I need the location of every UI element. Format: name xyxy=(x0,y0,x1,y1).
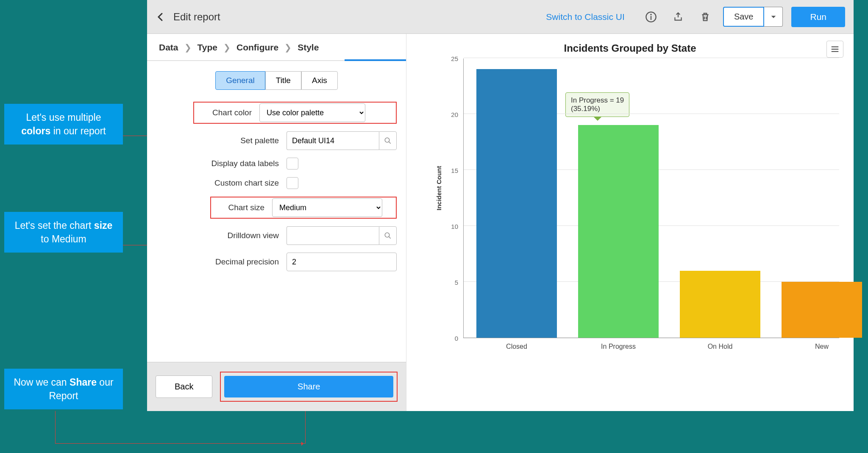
step-style[interactable]: Style xyxy=(298,42,319,53)
delete-icon[interactable] xyxy=(695,7,715,27)
breadcrumb: Data ❯ Type ❯ Configure ❯ Style xyxy=(147,34,406,61)
info-icon[interactable] xyxy=(641,7,661,27)
y-tick: 25 xyxy=(451,55,458,62)
chart-size-label: Chart size xyxy=(214,203,264,212)
svg-rect-2 xyxy=(651,16,651,19)
chart-area: Incident Count 0510152025 In Progress = … xyxy=(429,58,843,355)
chevron-right-icon: ❯ xyxy=(223,42,231,53)
set-palette-input[interactable] xyxy=(287,131,379,150)
save-button[interactable]: Save xyxy=(723,7,765,27)
bar-closed[interactable] xyxy=(476,69,557,338)
callout-share: Now we can Share our Report xyxy=(4,369,123,409)
run-button[interactable]: Run xyxy=(791,7,845,27)
topbar: Edit report Switch to Classic UI Save Ru… xyxy=(147,0,854,34)
page-title: Edit report xyxy=(173,11,220,23)
y-axis: 0510152025 xyxy=(444,58,461,338)
drilldown-search-icon[interactable] xyxy=(379,226,397,245)
y-tick: 10 xyxy=(451,223,458,230)
decimal-input[interactable] xyxy=(287,253,397,271)
custom-size-label: Custom chart size xyxy=(190,178,279,188)
step-type[interactable]: Type xyxy=(198,42,217,53)
drilldown-label: Drilldown view xyxy=(190,231,279,240)
connector-v2 xyxy=(305,411,306,444)
chevron-right-icon: ❯ xyxy=(284,42,292,53)
chevron-right-icon: ❯ xyxy=(184,42,192,53)
display-labels-checkbox[interactable] xyxy=(287,158,298,170)
chart-size-select[interactable]: Medium xyxy=(272,198,382,217)
x-tick: In Progress xyxy=(589,343,648,350)
tab-general[interactable]: General xyxy=(215,71,265,90)
svg-line-6 xyxy=(389,236,391,239)
svg-point-5 xyxy=(385,233,389,237)
bar-new[interactable] xyxy=(782,282,862,338)
active-tab-indicator xyxy=(345,59,406,61)
custom-size-checkbox[interactable] xyxy=(287,177,298,189)
callout-size: Let's set the chart size to Medium xyxy=(4,212,123,253)
decimal-label: Decimal precision xyxy=(190,257,279,267)
x-tick: New xyxy=(792,343,851,350)
set-palette-search-icon[interactable] xyxy=(379,131,397,150)
switch-classic-link[interactable]: Switch to Classic UI xyxy=(546,12,625,22)
display-labels-label: Display data labels xyxy=(190,159,279,168)
tab-title[interactable]: Title xyxy=(265,71,301,90)
svg-point-1 xyxy=(650,14,652,15)
y-tick: 15 xyxy=(451,167,458,174)
config-panel: Data ❯ Type ❯ Configure ❯ Style General … xyxy=(147,34,406,411)
back-icon[interactable] xyxy=(156,12,166,22)
bar-on-hold[interactable] xyxy=(680,271,760,338)
connector-h1 xyxy=(55,443,305,444)
y-tick: 5 xyxy=(455,279,458,286)
chart-menu-icon[interactable] xyxy=(826,41,843,58)
y-axis-label: Incident Count xyxy=(435,166,442,211)
save-button-group: Save xyxy=(723,7,783,27)
chart-color-label: Chart color xyxy=(197,108,252,117)
plot-area: In Progress = 19(35.19%) ClosedIn Progre… xyxy=(463,58,839,338)
bar-in-progress[interactable] xyxy=(578,125,659,338)
svg-line-4 xyxy=(389,142,391,144)
save-dropdown[interactable] xyxy=(764,7,783,27)
set-palette-label: Set palette xyxy=(190,136,279,145)
gridline xyxy=(464,58,839,58)
style-tabs: General Title Axis xyxy=(152,71,401,90)
drilldown-input[interactable] xyxy=(287,226,379,245)
chart-panel: Incidents Grouped by State Incident Coun… xyxy=(406,34,854,411)
bottom-bar: Back Share xyxy=(147,362,406,411)
share-highlight: Share xyxy=(220,372,398,402)
y-tick: 20 xyxy=(451,111,458,118)
connector-v1 xyxy=(55,411,56,443)
chart-title: Incidents Grouped by State xyxy=(564,42,696,54)
config-form: General Title Axis Chart color Use color… xyxy=(147,61,406,362)
back-button[interactable]: Back xyxy=(156,375,212,398)
x-tick: On Hold xyxy=(690,343,750,350)
step-data[interactable]: Data xyxy=(159,42,178,53)
share-button[interactable]: Share xyxy=(224,376,393,397)
callout-colors: Let's use multiple colors in our report xyxy=(4,104,123,145)
y-tick: 0 xyxy=(455,335,458,342)
chart-color-select[interactable]: Use color palette xyxy=(259,103,365,122)
svg-point-3 xyxy=(385,138,389,142)
app-window: Edit report Switch to Classic UI Save Ru… xyxy=(147,0,854,411)
step-configure[interactable]: Configure xyxy=(236,42,278,53)
export-icon[interactable] xyxy=(668,7,688,27)
x-tick: Closed xyxy=(487,343,546,350)
tab-axis[interactable]: Axis xyxy=(301,71,338,90)
